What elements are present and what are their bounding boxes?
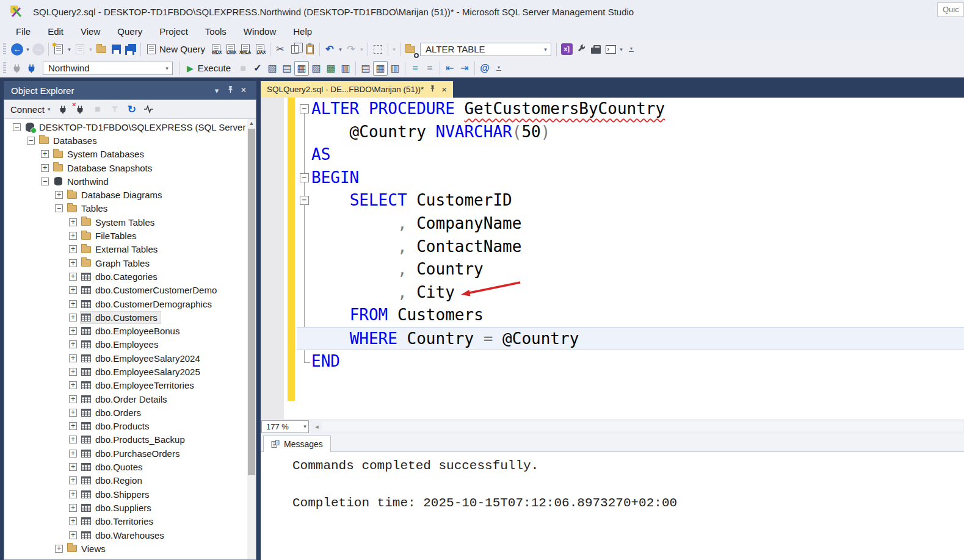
disconnect-button[interactable]: ×	[73, 102, 88, 117]
collapse-icon[interactable]: −	[41, 178, 49, 185]
expand-icon[interactable]: +	[69, 409, 77, 417]
filter-icon[interactable]	[107, 102, 122, 117]
tree-item[interactable]: +dbo.CustomerCustomerDemo	[4, 284, 256, 297]
console-button[interactable]: ›	[603, 42, 618, 57]
expand-icon[interactable]: +	[69, 314, 77, 321]
copy-button[interactable]	[288, 42, 302, 57]
save-all-button[interactable]	[123, 42, 138, 57]
expand-icon[interactable]: +	[69, 286, 77, 294]
dax-query-button[interactable]: DAX	[253, 42, 267, 57]
open-file-button[interactable]	[94, 42, 109, 57]
search-combobox[interactable]: ALTER TABLE ▾	[420, 43, 551, 56]
code-editor[interactable]: −−− ALTER PROCEDURE GetCustomersByCountr…	[261, 98, 964, 419]
console-dropdown[interactable]: ▾	[618, 46, 625, 52]
add-item-dropdown[interactable]: ▾	[87, 46, 94, 52]
scrollbar-thumb[interactable]	[248, 129, 255, 475]
expand-icon[interactable]: +	[69, 354, 77, 362]
actual-plan-toggle[interactable]: ▦	[294, 61, 309, 76]
tree-item[interactable]: +dbo.PurchaseOrders	[4, 447, 256, 460]
activity-monitor-icon[interactable]	[142, 102, 156, 117]
expand-icon[interactable]: +	[69, 327, 77, 335]
combo-dropdown-icon[interactable]: ▾	[302, 423, 308, 429]
tree-item[interactable]: +dbo.Orders	[4, 406, 256, 419]
tree-item[interactable]: −Northwind	[4, 174, 256, 188]
tree-item[interactable]: +dbo.Order Details	[4, 392, 256, 406]
expand-icon[interactable]: +	[69, 300, 77, 308]
collapse-icon[interactable]: −	[55, 204, 63, 212]
expand-icon[interactable]: +	[69, 395, 77, 403]
collapse-region-icon[interactable]: −	[300, 104, 309, 113]
comment-button[interactable]: ≡	[408, 61, 422, 76]
dmx-query-button[interactable]: DMX	[223, 42, 238, 57]
expand-icon[interactable]: +	[41, 150, 49, 158]
expand-icon[interactable]: +	[41, 164, 49, 172]
tree-item[interactable]: +System Databases	[4, 148, 256, 161]
change-connection-button[interactable]	[24, 61, 39, 76]
window-position-icon[interactable]: ▾	[210, 86, 223, 95]
results-to-text-button[interactable]: ▤	[358, 61, 373, 76]
tree-item[interactable]: +dbo.Territories	[4, 515, 256, 528]
tree-item[interactable]: +dbo.Quotes	[4, 460, 256, 473]
tree-item[interactable]: +Views	[4, 542, 256, 555]
connect-button[interactable]	[10, 61, 24, 76]
results-to-file-button[interactable]: ▥	[388, 61, 402, 76]
tree-item[interactable]: +Database Snapshots	[4, 161, 256, 174]
expand-icon[interactable]: +	[69, 368, 77, 376]
refresh-icon[interactable]: ↻	[125, 102, 139, 117]
expand-icon[interactable]: +	[69, 517, 77, 525]
undo-dropdown[interactable]: ▾	[337, 46, 344, 52]
navigate-forward-button[interactable]: →	[31, 42, 46, 57]
expand-icon[interactable]: +	[69, 490, 77, 498]
estimated-plan-button[interactable]: ▧	[265, 61, 280, 76]
expand-icon[interactable]: +	[69, 245, 77, 253]
new-file-button[interactable]: ✱	[51, 42, 66, 57]
navigate-back-dropdown[interactable]: ▾	[24, 46, 31, 52]
tree-item[interactable]: +dbo.CustomerDemographics	[4, 297, 256, 311]
redo-button[interactable]: ↷	[344, 42, 358, 57]
expand-icon[interactable]: +	[69, 422, 77, 430]
zoom-level-combobox[interactable]: 177 % ▾	[261, 420, 309, 433]
toolbar-grip[interactable]	[3, 62, 6, 74]
decrease-indent-button[interactable]: ⇤	[443, 61, 457, 76]
new-query-button[interactable]: New Query	[143, 42, 209, 57]
tree-scrollbar[interactable]: ▲	[247, 119, 256, 559]
wrench-button[interactable]	[574, 42, 589, 57]
pin-icon[interactable]	[429, 85, 436, 94]
uncomment-button[interactable]: ≡	[422, 61, 437, 76]
toolbox-button[interactable]	[589, 42, 603, 57]
menu-file[interactable]: File	[7, 24, 39, 38]
expand-icon[interactable]: +	[55, 545, 63, 553]
xml-tool-button[interactable]: x]	[559, 42, 574, 57]
tree-item[interactable]: +Database Diagrams	[4, 188, 256, 201]
tree-item[interactable]: −DESKTOP-TD1FBDO\SQLEXPRESS (SQL Server …	[4, 120, 256, 134]
redo-dropdown[interactable]: ▾	[358, 46, 365, 52]
expand-icon[interactable]: +	[69, 340, 77, 348]
connect-object-explorer-button[interactable]	[56, 102, 71, 117]
selection-box-button[interactable]	[371, 42, 385, 57]
expand-icon[interactable]: +	[69, 531, 77, 539]
collapse-icon[interactable]: −	[27, 137, 35, 145]
combo-dropdown-icon[interactable]: ▾	[164, 65, 170, 71]
tree-item[interactable]: +dbo.Products	[4, 420, 256, 433]
tree-item[interactable]: +External Tables	[4, 243, 256, 256]
undo-button[interactable]: ↶	[322, 42, 337, 57]
new-file-dropdown[interactable]: ▾	[66, 46, 73, 52]
database-combobox[interactable]: Northwind ▾	[43, 62, 173, 75]
mdx-query-button[interactable]: MDX	[209, 42, 223, 57]
template-parameters-button[interactable]: @	[477, 61, 492, 76]
toolbar-grip[interactable]	[3, 43, 6, 56]
expand-icon[interactable]: +	[55, 191, 63, 199]
close-icon[interactable]: ×	[237, 85, 250, 96]
expand-icon[interactable]: +	[69, 232, 77, 240]
collapse-region-icon[interactable]: −	[300, 173, 309, 182]
menu-edit[interactable]: Edit	[39, 24, 72, 38]
paste-button[interactable]	[302, 42, 317, 57]
toolbar-overflow-button[interactable]: ▾	[495, 66, 503, 71]
parse-button[interactable]: ✓	[250, 61, 265, 76]
tree-item[interactable]: +dbo.Employees	[4, 338, 256, 351]
tree-item[interactable]: +dbo.Warehouses	[4, 528, 256, 542]
menu-window[interactable]: Window	[235, 24, 284, 38]
expand-icon[interactable]: +	[69, 218, 77, 226]
expand-icon[interactable]: +	[69, 273, 77, 281]
menu-tools[interactable]: Tools	[197, 24, 235, 38]
